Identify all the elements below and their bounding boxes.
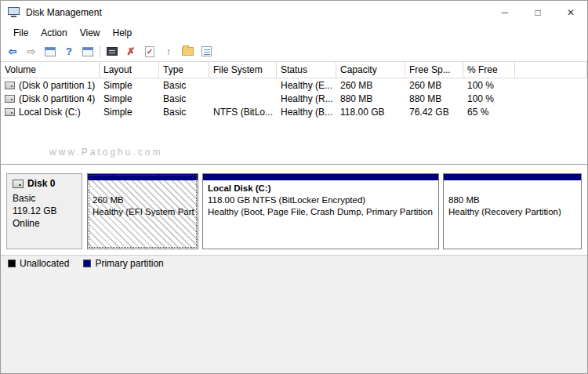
column-header-filler (515, 62, 587, 78)
table-row[interactable]: (Disk 0 partition 1) Simple Basic Health… (1, 78, 587, 92)
column-header-pct-free[interactable]: % Free (463, 62, 515, 78)
graphical-view: Disk 0 Basic 119.12 GB Online 260 MB Hea… (1, 164, 587, 255)
cell-layout: Simple (100, 105, 159, 118)
column-header-type[interactable]: Type (159, 62, 209, 78)
properties-list-icon[interactable] (199, 45, 213, 59)
window-title: Disk Management (26, 7, 102, 18)
partition-title (93, 183, 193, 194)
cell-layout: Simple (100, 78, 159, 92)
volume-name: (Disk 0 partition 4) (19, 93, 95, 104)
partition-size: 880 MB (448, 194, 576, 206)
column-header-free-space[interactable]: Free Sp... (405, 62, 463, 78)
toolbar-separator (100, 45, 100, 58)
cell-type: Basic (159, 92, 209, 105)
forward-arrow-icon[interactable]: ⇨ (24, 45, 38, 59)
console-window-icon[interactable] (105, 45, 119, 59)
partition-color-bar (444, 174, 581, 180)
cell-free-space: 880 MB (405, 92, 463, 105)
table-header: Volume Layout Type File System Status Ca… (1, 62, 587, 78)
partitions-strip: 260 MB Healthy (EFI System Part Local Di… (87, 173, 582, 249)
unallocated-swatch (8, 260, 16, 267)
column-header-status[interactable]: Status (277, 62, 336, 78)
partition-status: Healthy (EFI System Part (93, 206, 193, 218)
legend-primary-partition: Primary partition (83, 258, 163, 269)
cell-status: Healthy (E... (277, 78, 336, 92)
console-tree-icon[interactable] (43, 45, 57, 59)
menu-view[interactable]: View (74, 26, 107, 40)
column-header-capacity[interactable]: Capacity (336, 62, 405, 78)
cell-layout: Simple (100, 92, 159, 105)
cell-status: Healthy (R... (277, 92, 336, 105)
maximize-button[interactable]: □ (521, 1, 554, 24)
window-panel-icon[interactable] (81, 45, 95, 59)
delete-volume-icon[interactable]: ✗ (124, 45, 138, 59)
column-header-volume[interactable]: Volume (1, 62, 100, 78)
up-arrow-icon[interactable]: ↑ (162, 45, 176, 59)
legend-bar: Unallocated Primary partition (1, 255, 587, 271)
disk-management-window: Disk Management ─ □ ✕ File Action View H… (0, 0, 588, 374)
volume-icon (5, 82, 15, 89)
disk-label-panel[interactable]: Disk 0 Basic 119.12 GB Online (6, 173, 82, 249)
volume-name: (Disk 0 partition 1) (19, 80, 95, 91)
partition-status: Healthy (Recovery Partition) (448, 206, 576, 218)
app-icon (8, 7, 20, 18)
cell-free-space: 260 MB (405, 78, 463, 92)
cell-capacity: 880 MB (336, 92, 405, 105)
partition-size: 118.00 GB NTFS (BitLocker Encrypted) (208, 194, 434, 206)
partition-title (448, 183, 576, 194)
bottom-filler (1, 271, 587, 373)
cell-capacity: 260 MB (336, 78, 405, 92)
disk-type: Basic (13, 192, 76, 205)
cell-pct-free: 100 % (463, 78, 515, 92)
partition-efi[interactable]: 260 MB Healthy (EFI System Part (87, 173, 198, 249)
cell-filesystem (209, 78, 277, 92)
disk-size: 119.12 GB (13, 205, 76, 217)
cell-status: Healthy (B... (277, 105, 336, 118)
volume-icon (5, 95, 15, 103)
check-document-icon[interactable]: ✓ (143, 45, 157, 59)
cell-filesystem: NTFS (BitLo... (209, 105, 277, 118)
close-button[interactable]: ✕ (554, 1, 587, 24)
cell-pct-free: 65 % (463, 105, 515, 118)
legend-unallocated: Unallocated (8, 258, 69, 269)
minimize-button[interactable]: ─ (488, 1, 521, 24)
disk-icon (13, 180, 24, 188)
volume-list: Volume Layout Type File System Status Ca… (1, 62, 587, 164)
menu-help[interactable]: Help (107, 26, 139, 40)
volume-name: Local Disk (C:) (19, 107, 81, 118)
title-bar: Disk Management ─ □ ✕ (1, 1, 587, 24)
legend-label: Unallocated (20, 258, 69, 269)
partition-c-drive[interactable]: Local Disk (C:) 118.00 GB NTFS (BitLocke… (202, 173, 439, 249)
menu-action[interactable]: Action (34, 26, 73, 40)
partition-size: 260 MB (93, 194, 193, 206)
cell-filesystem (209, 92, 277, 105)
cell-type: Basic (159, 78, 209, 92)
primary-partition-swatch (83, 260, 91, 267)
partition-status: Healthy (Boot, Page File, Crash Dump, Pr… (208, 206, 434, 218)
cell-type: Basic (159, 105, 209, 118)
partition-title: Local Disk (C:) (208, 183, 434, 194)
back-arrow-icon[interactable]: ⇦ (5, 45, 20, 59)
partition-color-bar (203, 174, 438, 180)
table-row[interactable]: (Disk 0 partition 4) Simple Basic Health… (1, 92, 587, 105)
menu-bar: File Action View Help (1, 24, 587, 42)
cell-capacity: 118.00 GB (336, 105, 405, 118)
column-header-layout[interactable]: Layout (100, 62, 159, 78)
partition-color-bar (88, 174, 198, 180)
column-header-filesystem[interactable]: File System (209, 62, 277, 78)
partition-recovery[interactable]: 880 MB Healthy (Recovery Partition) (443, 173, 582, 249)
folder-icon[interactable] (180, 45, 194, 59)
disk-status: Online (13, 217, 76, 230)
cell-free-space: 76.42 GB (405, 105, 463, 118)
legend-label: Primary partition (95, 258, 163, 269)
toolbar: ⇦ ⇨ ? ✗ ✓ ↑ (1, 42, 587, 62)
cell-pct-free: 100 % (463, 92, 515, 105)
help-icon[interactable]: ? (62, 45, 76, 59)
menu-file[interactable]: File (7, 26, 34, 40)
volume-icon (5, 108, 15, 116)
disk-name: Disk 0 (27, 177, 55, 190)
table-row[interactable]: Local Disk (C:) Simple Basic NTFS (BitLo… (1, 105, 587, 118)
watermark: www.Patoghu.com (49, 147, 162, 158)
